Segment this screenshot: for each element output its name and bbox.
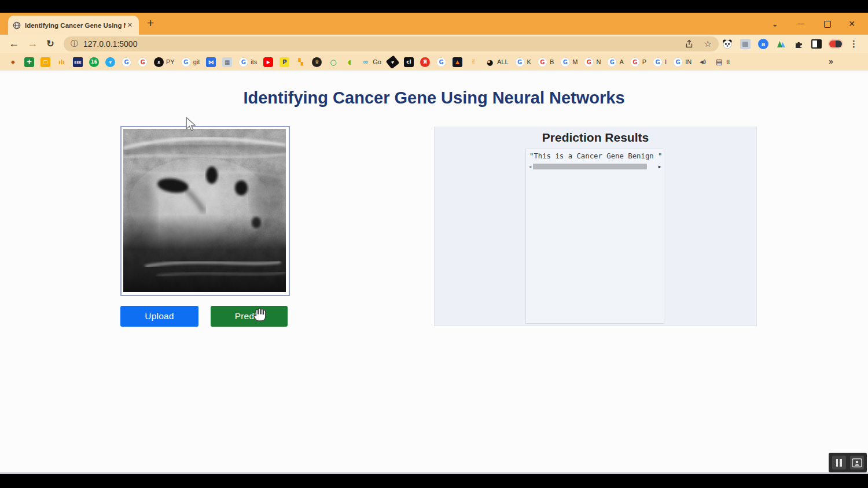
bookmark-item[interactable]: GIN xyxy=(673,57,692,67)
bookmark-item[interactable]: Ggit xyxy=(181,57,200,67)
bookmark-item[interactable]: GK xyxy=(515,57,531,67)
bookmark-item[interactable]: G xyxy=(122,57,131,67)
bookmark-item[interactable]: ▚ xyxy=(296,57,306,67)
bookmark-item[interactable]: Gits xyxy=(238,57,257,67)
maximize-icon xyxy=(824,21,831,28)
bookmark-item[interactable]: ♛ xyxy=(312,57,322,67)
bookmark-item[interactable]: ▦ xyxy=(222,57,232,67)
site-info-icon[interactable]: ⓘ xyxy=(71,39,78,49)
horizontal-scrollbar[interactable]: ◂ ▸ xyxy=(528,163,662,170)
park-extension-icon[interactable] xyxy=(776,39,786,49)
scrollbar-thumb[interactable] xyxy=(533,164,647,169)
prediction-results-textarea[interactable]: "This is a Cancer Gene Benign " ◂ ▸ xyxy=(525,149,664,324)
google-icon: G xyxy=(181,57,191,67)
photo-extension-icon[interactable] xyxy=(740,39,751,49)
google-icon: G xyxy=(122,57,131,67)
minimize-button[interactable]: — xyxy=(792,13,810,35)
panda-extension-icon[interactable] xyxy=(722,39,733,49)
bookmark-item[interactable]: + xyxy=(24,57,34,67)
photo-extension-inner xyxy=(742,42,748,47)
webcam-button[interactable] xyxy=(850,456,864,469)
bookmark-item[interactable]: ılı xyxy=(57,57,67,67)
vpn-badge-icon[interactable] xyxy=(829,40,842,47)
extensions-puzzle-icon[interactable] xyxy=(794,39,804,49)
bookmark-label: B xyxy=(550,58,554,65)
prediction-results-title: Prediction Results xyxy=(435,131,756,145)
predict-button[interactable]: Predict xyxy=(211,306,288,327)
cl-icon: cl xyxy=(404,57,414,67)
pause-button[interactable] xyxy=(832,456,846,469)
forward-icon[interactable]: → xyxy=(25,35,39,53)
tab-title: Identifying Cancer Gene Using N xyxy=(25,22,126,29)
google-icon: G xyxy=(673,57,683,67)
bookmark-item[interactable]: ○ xyxy=(328,57,338,67)
bookmark-item[interactable]: EEE xyxy=(73,57,83,67)
bookmark-item[interactable]: ◕ALL xyxy=(485,57,509,67)
bookmark-item[interactable]: G xyxy=(138,57,148,67)
bookmark-label: Go xyxy=(373,58,381,65)
bookmark-item[interactable]: ◆ xyxy=(8,57,18,67)
crown-icon: ♛ xyxy=(312,57,322,67)
bookmark-item[interactable]: P xyxy=(279,57,289,67)
bookmark-star-icon[interactable]: ☆ xyxy=(704,39,712,49)
scroll-left-icon[interactable]: ◂ xyxy=(528,163,532,170)
chevron-down-icon[interactable]: ⌄ xyxy=(766,13,784,35)
new-tab-button[interactable]: + xyxy=(147,13,154,35)
bookmarks-bar: ◆+▢ılıEEE16➤GGᴥPYGgit⋈▦Gits▶P▚♛○◖∞Go➤clЯ… xyxy=(0,53,868,71)
bookmark-label: IN xyxy=(685,58,692,65)
bookmark-item[interactable]: ◀) xyxy=(698,57,708,67)
extensions-row: a ⋮ xyxy=(722,35,858,53)
google-icon: G xyxy=(653,57,663,67)
bookmark-item[interactable]: ᴥPY xyxy=(154,57,175,67)
bookmark-item[interactable]: ◖ xyxy=(344,57,354,67)
bookmark-item[interactable]: GA xyxy=(607,57,623,67)
url-text[interactable]: 127.0.0.1:5000 xyxy=(83,39,685,49)
kebab-menu-icon[interactable]: ⋮ xyxy=(849,39,858,49)
bookmark-item[interactable]: Я xyxy=(420,57,430,67)
bookmark-item[interactable]: ✌ xyxy=(469,57,479,67)
address-bar[interactable]: ⓘ 127.0.0.1:5000 ☆ xyxy=(64,36,719,51)
tab-close-icon[interactable]: ✕ xyxy=(126,20,134,30)
close-button[interactable]: ✕ xyxy=(843,13,860,35)
bookmark-item[interactable]: ▶ xyxy=(263,57,273,67)
bookmark-item[interactable]: GN xyxy=(584,57,601,67)
a-extension-icon[interactable]: a xyxy=(758,39,768,49)
pause-icon xyxy=(836,459,838,467)
bookmark-item[interactable]: cl xyxy=(404,57,414,67)
side-panel-icon[interactable] xyxy=(811,39,822,49)
bookmark-item[interactable]: GB xyxy=(538,57,554,67)
share-icon[interactable] xyxy=(685,39,694,49)
bookmark-label: its xyxy=(251,58,257,65)
maximize-button[interactable] xyxy=(818,13,836,35)
bookmark-item[interactable]: G xyxy=(436,57,446,67)
screen-recorder-overlay xyxy=(829,453,867,472)
upload-button[interactable]: Upload xyxy=(120,306,198,327)
bookmark-item[interactable]: 16 xyxy=(89,57,99,67)
web-page: Identifying Cancer Gene Using Neural Net… xyxy=(0,71,868,472)
paypal-icon: P xyxy=(279,57,289,67)
bookmark-label: A xyxy=(619,58,623,65)
google-icon: G xyxy=(138,57,148,67)
bookmark-item[interactable]: GM xyxy=(560,57,578,67)
bookmark-item[interactable]: ∞Go xyxy=(361,57,381,67)
bookmark-item[interactable]: ▢ xyxy=(41,57,50,67)
image-frame: ᶾ xyxy=(120,126,290,296)
bookmark-item[interactable]: ▤tt xyxy=(714,57,730,67)
bookmark-item[interactable]: GP xyxy=(630,57,646,67)
google-icon: G xyxy=(560,57,570,67)
prediction-results-panel: Prediction Results "This is a Cancer Gen… xyxy=(434,127,757,326)
letterbox-bottom xyxy=(0,474,868,488)
bookmark-item[interactable]: ▲ xyxy=(453,57,462,67)
bookmarks-overflow-icon[interactable]: » xyxy=(829,53,833,71)
browser-tab[interactable]: Identifying Cancer Gene Using N ✕ xyxy=(8,16,139,35)
bookmark-item[interactable]: ⋈ xyxy=(206,57,216,67)
reload-icon[interactable]: ↻ xyxy=(43,35,57,53)
bookmark-item[interactable]: GI xyxy=(653,57,667,67)
google-icon: G xyxy=(436,57,446,67)
back-icon[interactable]: ← xyxy=(7,35,21,53)
cursor-icon: ➤ xyxy=(386,55,400,69)
scrollbar-track[interactable] xyxy=(532,164,657,169)
bookmark-item[interactable]: ➤ xyxy=(388,57,398,67)
scroll-right-icon[interactable]: ▸ xyxy=(657,163,662,170)
bookmark-item[interactable]: ➤ xyxy=(105,57,115,67)
